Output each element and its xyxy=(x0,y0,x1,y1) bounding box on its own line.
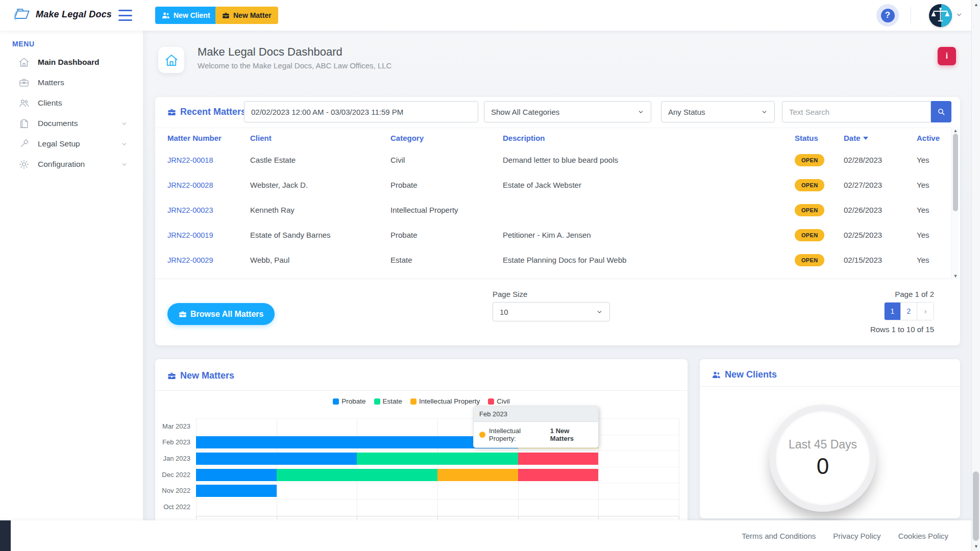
column-header-active[interactable]: Active xyxy=(917,134,952,142)
chevron-down-icon xyxy=(761,109,768,115)
brand-text: Make Legal Docs xyxy=(36,9,112,20)
bar-segment-probate[interactable] xyxy=(196,453,357,465)
sidebar-item-configuration[interactable]: Configuration xyxy=(0,154,143,174)
new-clients-card: New Clients Last 45 Days 0 xyxy=(700,359,960,518)
topbar-divider xyxy=(911,7,911,23)
pagination-page-2[interactable]: 2 xyxy=(901,303,917,320)
new-clients-title: New Clients xyxy=(712,369,777,380)
sidebar-item-legal-setup[interactable]: Legal Setup xyxy=(0,134,143,154)
matter-number-link[interactable]: JRN22-00029 xyxy=(167,256,213,264)
table-row: JRN22-00019Estate of Sandy BarnesProbate… xyxy=(155,222,960,247)
bar-segment-estate[interactable] xyxy=(357,453,518,465)
page-scrollbar[interactable]: ▲ ▼ xyxy=(971,0,980,551)
pagination-page-1[interactable]: 1 xyxy=(885,303,901,320)
cell-active: Yes xyxy=(917,156,952,164)
search-button[interactable] xyxy=(931,101,951,122)
bar-segment-probate[interactable] xyxy=(196,436,518,448)
legend-item-intellectual-property[interactable]: Intellectual Property xyxy=(410,397,480,405)
hamburger-menu-icon[interactable] xyxy=(118,10,132,21)
avatar-dropdown-chevron-icon[interactable] xyxy=(955,11,963,18)
text-search-field[interactable] xyxy=(782,101,931,122)
cell-date: 02/26/2023 xyxy=(844,206,917,214)
table-row-partial: OPEN xyxy=(155,272,960,279)
help-button[interactable]: ? xyxy=(876,4,899,27)
date-range-input[interactable] xyxy=(244,101,478,122)
new-matter-button[interactable]: New Matter xyxy=(215,7,278,24)
gridline xyxy=(196,467,679,467)
cell-category: Probate xyxy=(390,181,503,189)
column-header-category[interactable]: Category xyxy=(390,134,503,142)
users-icon xyxy=(712,370,721,379)
new-matter-label: New Matter xyxy=(233,11,272,19)
table-scrollbar-thumb[interactable] xyxy=(953,134,958,211)
page-size-label: Page Size xyxy=(493,290,527,298)
legend-item-estate[interactable]: Estate xyxy=(374,397,402,405)
text-search-input[interactable] xyxy=(789,108,924,116)
chevron-down-icon xyxy=(121,161,128,168)
bar-segment-probate[interactable] xyxy=(196,469,277,481)
cell-client: Webster, Jack D. xyxy=(250,181,390,189)
user-avatar[interactable] xyxy=(929,4,952,27)
column-header-date[interactable]: Date xyxy=(844,134,917,142)
sidebar-item-main-dashboard[interactable]: Main Dashboard xyxy=(0,52,143,72)
matter-number-link[interactable]: JRN22-00019 xyxy=(167,231,213,239)
chart-legend: ProbateEstateIntellectual PropertyCivil xyxy=(155,397,688,405)
sidebar-item-label: Matters xyxy=(38,78,64,87)
matter-number-link[interactable]: JRN22-00018 xyxy=(167,156,213,164)
scroll-up-icon[interactable]: ▲ xyxy=(972,2,980,7)
column-header-status[interactable]: Status xyxy=(795,134,844,142)
column-header-client[interactable]: Client xyxy=(250,134,390,142)
pagination-next-button[interactable]: › xyxy=(917,303,934,320)
page-size-select[interactable]: 10 xyxy=(493,302,610,321)
browse-all-matters-button[interactable]: Browse All Matters xyxy=(167,303,275,325)
matter-number-link[interactable]: JRN22-00028 xyxy=(167,181,213,189)
bar-segment-estate[interactable] xyxy=(277,469,437,481)
footer-link-privacy-policy[interactable]: Privacy Policy xyxy=(833,532,880,540)
cell-matter-number: JRN22-00023 xyxy=(167,206,250,214)
info-button[interactable]: i xyxy=(938,47,956,65)
scroll-up-icon[interactable]: ▲ xyxy=(952,128,959,134)
bar-segment-probate[interactable] xyxy=(196,485,277,497)
legend-item-civil[interactable]: Civil xyxy=(488,397,510,405)
bar-segment-civil[interactable] xyxy=(518,453,599,465)
footer-link-cookies-policy[interactable]: Cookies Policy xyxy=(898,532,948,540)
scroll-down-icon[interactable]: ▼ xyxy=(972,544,980,549)
footer-link-terms-and-conditions[interactable]: Terms and Conditions xyxy=(742,532,816,540)
sidebar-item-clients[interactable]: Clients xyxy=(0,93,143,113)
sidebar-item-documents[interactable]: Documents xyxy=(0,113,143,134)
cell-category: Estate xyxy=(390,256,503,264)
status-badge: OPEN xyxy=(795,204,824,216)
date-range-value[interactable] xyxy=(251,108,471,116)
recent-matters-card: Recent Matters Show All Categories Any S… xyxy=(155,97,960,345)
briefcase-icon xyxy=(222,12,230,19)
question-mark-icon: ? xyxy=(881,9,895,22)
matter-number-link[interactable]: JRN22-00023 xyxy=(167,206,213,214)
cell-active: Yes xyxy=(917,181,952,189)
table-row: JRN22-00018Castle EstateCivilDemand lett… xyxy=(155,147,960,172)
legend-swatch xyxy=(488,398,494,405)
page-scrollbar-thumb[interactable] xyxy=(973,471,979,541)
gridline xyxy=(196,499,679,499)
chevron-down-icon xyxy=(121,141,128,147)
new-matters-card: New Matters ProbateEstateIntellectual Pr… xyxy=(155,359,688,533)
briefcase-icon xyxy=(167,108,176,116)
status-filter-select[interactable]: Any Status xyxy=(661,101,775,122)
scroll-down-icon[interactable]: ▼ xyxy=(952,273,959,279)
bar-segment-civil[interactable] xyxy=(518,469,599,481)
bar-segment-intellectual-property[interactable] xyxy=(437,469,518,481)
table-scrollbar[interactable]: ▲ ▼ xyxy=(951,128,959,279)
column-header-matter-number[interactable]: Matter Number xyxy=(167,134,250,142)
new-client-button[interactable]: New Client xyxy=(155,7,217,24)
legend-item-probate[interactable]: Probate xyxy=(333,397,365,405)
category-filter-select[interactable]: Show All Categories xyxy=(484,101,651,122)
sort-descending-icon xyxy=(863,137,868,140)
column-header-description[interactable]: Description xyxy=(503,134,795,142)
sidebar-item-matters[interactable]: Matters xyxy=(0,72,143,93)
table-row: JRN22-00028Webster, Jack D.ProbateEstate… xyxy=(155,172,960,197)
matters-table-header: Matter NumberClientCategoryDescriptionSt… xyxy=(155,128,960,147)
home-icon xyxy=(18,57,30,68)
cell-description: Demand letter to blue beard pools xyxy=(503,156,795,164)
briefcase-icon xyxy=(167,371,176,380)
cell-status: OPEN xyxy=(795,179,844,191)
gridline xyxy=(437,418,438,516)
